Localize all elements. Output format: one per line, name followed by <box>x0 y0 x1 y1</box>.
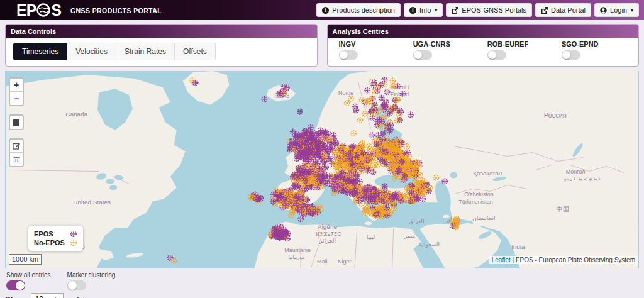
tab-offsets[interactable]: Offsets <box>175 43 216 60</box>
epos-marker[interactable] <box>275 225 280 230</box>
epos-marker[interactable] <box>275 232 280 237</box>
toggle-uga-cnrs[interactable] <box>413 50 432 60</box>
epos-marker[interactable] <box>420 196 425 201</box>
nav-button-epos-gnss-portals[interactable]: EPOS-GNSS Portals <box>446 3 532 17</box>
epos-marker[interactable] <box>303 131 308 136</box>
epos-marker[interactable] <box>353 172 358 177</box>
stop-draw-button[interactable] <box>10 116 23 129</box>
tab-timeseries[interactable]: Timeseries <box>13 43 67 60</box>
epos-marker[interactable] <box>402 174 408 179</box>
epos-marker[interactable] <box>314 152 319 157</box>
epos-marker[interactable] <box>369 194 374 199</box>
epos-marker[interactable] <box>387 111 392 116</box>
epos-marker[interactable] <box>414 195 419 200</box>
epos-marker[interactable] <box>375 88 380 93</box>
epos-marker[interactable] <box>317 174 322 179</box>
epos-marker[interactable] <box>382 77 387 82</box>
epos-marker[interactable] <box>308 150 313 155</box>
epos-marker[interactable] <box>327 174 332 179</box>
epos-marker[interactable] <box>281 227 286 232</box>
epos-marker[interactable] <box>321 135 326 140</box>
epos-marker[interactable] <box>374 141 379 146</box>
epos-marker[interactable] <box>270 199 275 204</box>
epos-marker[interactable] <box>304 147 309 152</box>
epos-marker[interactable] <box>308 125 313 130</box>
epos-logo[interactable]: EP S GNSS PRODUCTS PORTAL <box>5 1 162 19</box>
epos-marker[interactable] <box>384 89 389 94</box>
epos-marker[interactable] <box>299 207 304 212</box>
epos-marker[interactable] <box>294 143 299 148</box>
epos-marker[interactable] <box>408 112 413 117</box>
epos-marker[interactable] <box>400 91 405 96</box>
toggle-show-all-entries[interactable] <box>6 280 25 290</box>
nav-button-info[interactable]: iInfo▾ <box>404 3 443 17</box>
epos-marker[interactable] <box>380 131 386 136</box>
epos-marker[interactable] <box>396 169 401 174</box>
zoom-out-button[interactable]: − <box>10 92 23 105</box>
epos-marker[interactable] <box>369 108 374 113</box>
epos-marker[interactable] <box>364 158 369 163</box>
epos-marker[interactable] <box>284 86 289 91</box>
epos-marker[interactable] <box>384 99 389 104</box>
epos-marker[interactable] <box>279 231 284 236</box>
epos-marker[interactable] <box>331 184 336 189</box>
edit-button[interactable] <box>10 140 23 153</box>
epos-marker[interactable] <box>355 190 360 195</box>
epos-marker[interactable] <box>296 165 301 170</box>
epos-marker[interactable] <box>255 197 260 202</box>
epos-marker[interactable] <box>309 211 314 216</box>
epos-marker[interactable] <box>309 185 314 190</box>
epos-marker[interactable] <box>298 197 303 202</box>
epos-marker[interactable] <box>298 216 303 221</box>
epos-marker[interactable] <box>297 136 303 141</box>
epos-marker[interactable] <box>345 178 350 183</box>
epos-marker[interactable] <box>326 156 331 161</box>
epos-marker[interactable] <box>387 128 392 133</box>
epos-marker[interactable] <box>442 179 447 184</box>
toggle-rob-euref[interactable] <box>487 50 506 60</box>
epos-marker[interactable] <box>262 97 267 102</box>
epos-marker[interactable] <box>402 177 407 182</box>
epos-marker[interactable] <box>357 198 362 203</box>
epos-marker[interactable] <box>293 133 298 138</box>
epos-marker[interactable] <box>382 184 387 189</box>
map[interactable]: CanadaUnited StatesMéxicoÍslandNorgeSuom… <box>5 71 639 268</box>
epos-marker[interactable] <box>306 136 311 141</box>
leaflet-link[interactable]: Leaflet <box>492 257 511 263</box>
epos-marker[interactable] <box>318 128 323 133</box>
epos-marker[interactable] <box>370 116 375 121</box>
epos-marker[interactable] <box>310 130 315 135</box>
epos-marker[interactable] <box>348 151 353 156</box>
epos-marker[interactable] <box>193 80 198 86</box>
epos-marker[interactable] <box>317 166 322 171</box>
entries-count-select[interactable]: 10 <box>31 293 64 298</box>
epos-marker[interactable] <box>308 169 313 174</box>
zoom-in-button[interactable]: + <box>10 79 23 92</box>
epos-marker[interactable] <box>388 123 393 128</box>
epos-marker[interactable] <box>278 194 283 199</box>
epos-marker[interactable] <box>308 157 313 162</box>
epos-marker[interactable] <box>389 197 394 202</box>
nav-button-login[interactable]: Login▾ <box>594 3 639 17</box>
toggle-marker-clustering[interactable] <box>67 280 86 290</box>
epos-marker[interactable] <box>290 129 295 134</box>
nav-button-products-description[interactable]: iProducts description <box>316 3 401 17</box>
epos-marker[interactable] <box>370 132 375 137</box>
epos-marker[interactable] <box>321 130 326 135</box>
toggle-sgo-epnd[interactable] <box>562 50 580 60</box>
epos-marker[interactable] <box>282 84 287 89</box>
epos-marker[interactable] <box>380 137 385 142</box>
epos-marker[interactable] <box>409 190 414 196</box>
epos-marker[interactable] <box>380 147 385 152</box>
epos-marker[interactable] <box>370 170 375 175</box>
epos-marker[interactable] <box>168 255 173 260</box>
epos-marker[interactable] <box>397 108 402 113</box>
epos-marker[interactable] <box>295 172 300 177</box>
epos-marker[interactable] <box>322 144 327 149</box>
tab-velocities[interactable]: Velocities <box>67 43 116 60</box>
toggle-ingv[interactable] <box>339 50 358 60</box>
epos-marker[interactable] <box>352 104 357 109</box>
epos-marker[interactable] <box>297 109 303 114</box>
epos-marker[interactable] <box>365 88 370 93</box>
epos-marker[interactable] <box>314 138 319 143</box>
